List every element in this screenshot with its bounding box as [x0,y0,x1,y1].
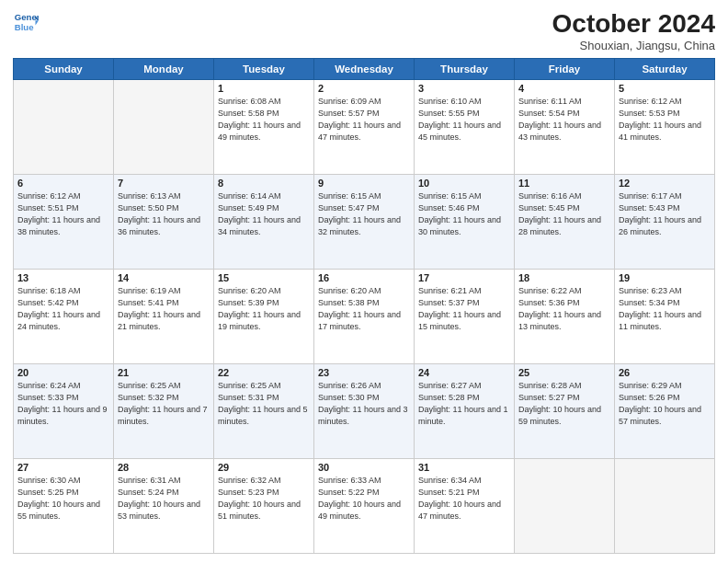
weekday-header-thursday: Thursday [415,59,515,80]
calendar-cell: 3Sunrise: 6:10 AM Sunset: 5:55 PM Daylig… [415,80,515,175]
cell-info: Sunrise: 6:28 AM Sunset: 5:27 PM Dayligh… [518,380,610,428]
day-number: 22 [218,367,310,378]
day-number: 8 [218,178,310,189]
day-number: 3 [418,83,510,94]
cell-info: Sunrise: 6:30 AM Sunset: 5:25 PM Dayligh… [17,475,109,523]
day-number: 19 [619,272,711,283]
day-number: 27 [17,462,109,473]
calendar-cell: 21Sunrise: 6:25 AM Sunset: 5:32 PM Dayli… [114,364,214,459]
cell-info: Sunrise: 6:23 AM Sunset: 5:34 PM Dayligh… [619,285,711,333]
cell-info: Sunrise: 6:19 AM Sunset: 5:41 PM Dayligh… [118,285,210,333]
cell-info: Sunrise: 6:10 AM Sunset: 5:55 PM Dayligh… [418,96,510,144]
calendar-cell: 14Sunrise: 6:19 AM Sunset: 5:41 PM Dayli… [114,270,214,364]
day-number: 16 [318,272,410,283]
weekday-header-tuesday: Tuesday [214,59,314,80]
calendar-cell: 11Sunrise: 6:16 AM Sunset: 5:45 PM Dayli… [515,175,615,270]
cell-info: Sunrise: 6:12 AM Sunset: 5:51 PM Dayligh… [17,190,109,238]
header: General Blue October 2024 Shouxian, Jian… [13,9,715,52]
cell-info: Sunrise: 6:25 AM Sunset: 5:31 PM Dayligh… [218,380,310,428]
cell-info: Sunrise: 6:25 AM Sunset: 5:32 PM Dayligh… [118,380,210,428]
cell-info: Sunrise: 6:13 AM Sunset: 5:50 PM Dayligh… [118,190,210,238]
cell-info: Sunrise: 6:33 AM Sunset: 5:22 PM Dayligh… [318,475,410,523]
month-title: October 2024 [552,9,715,39]
cell-info: Sunrise: 6:31 AM Sunset: 5:24 PM Dayligh… [118,475,210,523]
calendar-cell [515,459,615,554]
cell-info: Sunrise: 6:24 AM Sunset: 5:33 PM Dayligh… [17,380,109,428]
calendar-week-3: 13Sunrise: 6:18 AM Sunset: 5:42 PM Dayli… [14,270,715,364]
weekday-header-friday: Friday [515,59,615,80]
day-number: 10 [418,178,510,189]
cell-info: Sunrise: 6:14 AM Sunset: 5:49 PM Dayligh… [218,190,310,238]
calendar-cell: 22Sunrise: 6:25 AM Sunset: 5:31 PM Dayli… [214,364,314,459]
calendar-cell: 13Sunrise: 6:18 AM Sunset: 5:42 PM Dayli… [14,270,114,364]
calendar-cell: 20Sunrise: 6:24 AM Sunset: 5:33 PM Dayli… [14,364,114,459]
cell-info: Sunrise: 6:27 AM Sunset: 5:28 PM Dayligh… [418,380,510,428]
calendar-cell: 6Sunrise: 6:12 AM Sunset: 5:51 PM Daylig… [14,175,114,270]
calendar-cell: 9Sunrise: 6:15 AM Sunset: 5:47 PM Daylig… [314,175,415,270]
calendar-cell: 29Sunrise: 6:32 AM Sunset: 5:23 PM Dayli… [214,459,314,554]
svg-marker-3 [36,20,40,25]
cell-info: Sunrise: 6:08 AM Sunset: 5:58 PM Dayligh… [218,96,310,144]
day-number: 30 [318,462,410,473]
svg-text:Blue: Blue [15,22,34,32]
day-number: 2 [318,83,410,94]
cell-info: Sunrise: 6:20 AM Sunset: 5:39 PM Dayligh… [218,285,310,333]
logo-icon: General Blue [13,9,39,35]
calendar-cell: 26Sunrise: 6:29 AM Sunset: 5:26 PM Dayli… [615,364,715,459]
cell-info: Sunrise: 6:17 AM Sunset: 5:43 PM Dayligh… [619,190,711,238]
cell-info: Sunrise: 6:20 AM Sunset: 5:38 PM Dayligh… [318,285,410,333]
calendar-cell: 5Sunrise: 6:12 AM Sunset: 5:53 PM Daylig… [615,80,715,175]
day-number: 24 [418,367,510,378]
day-number: 25 [518,367,610,378]
cell-info: Sunrise: 6:11 AM Sunset: 5:54 PM Dayligh… [518,96,610,144]
weekday-header-sunday: Sunday [14,59,114,80]
calendar-cell: 10Sunrise: 6:15 AM Sunset: 5:46 PM Dayli… [415,175,515,270]
calendar-cell: 31Sunrise: 6:34 AM Sunset: 5:21 PM Dayli… [415,459,515,554]
calendar-week-2: 6Sunrise: 6:12 AM Sunset: 5:51 PM Daylig… [14,175,715,270]
calendar-cell: 8Sunrise: 6:14 AM Sunset: 5:49 PM Daylig… [214,175,314,270]
cell-info: Sunrise: 6:21 AM Sunset: 5:37 PM Dayligh… [418,285,510,333]
calendar-cell: 7Sunrise: 6:13 AM Sunset: 5:50 PM Daylig… [114,175,214,270]
calendar-cell: 19Sunrise: 6:23 AM Sunset: 5:34 PM Dayli… [615,270,715,364]
cell-info: Sunrise: 6:15 AM Sunset: 5:47 PM Dayligh… [318,190,410,238]
calendar-cell [615,459,715,554]
day-number: 13 [17,272,109,283]
weekday-header-saturday: Saturday [615,59,715,80]
day-number: 7 [118,178,210,189]
cell-info: Sunrise: 6:34 AM Sunset: 5:21 PM Dayligh… [418,475,510,523]
logo: General Blue [13,9,39,35]
day-number: 4 [518,83,610,94]
day-number: 9 [318,178,410,189]
calendar-cell: 12Sunrise: 6:17 AM Sunset: 5:43 PM Dayli… [615,175,715,270]
cell-info: Sunrise: 6:09 AM Sunset: 5:57 PM Dayligh… [318,96,410,144]
calendar-cell [14,80,114,175]
calendar-cell: 28Sunrise: 6:31 AM Sunset: 5:24 PM Dayli… [114,459,214,554]
calendar-cell: 25Sunrise: 6:28 AM Sunset: 5:27 PM Dayli… [515,364,615,459]
cell-info: Sunrise: 6:18 AM Sunset: 5:42 PM Dayligh… [17,285,109,333]
day-number: 17 [418,272,510,283]
calendar-table: SundayMondayTuesdayWednesdayThursdayFrid… [13,58,715,554]
calendar-cell: 30Sunrise: 6:33 AM Sunset: 5:22 PM Dayli… [314,459,415,554]
calendar-cell: 16Sunrise: 6:20 AM Sunset: 5:38 PM Dayli… [314,270,415,364]
calendar-cell [114,80,214,175]
day-number: 14 [118,272,210,283]
calendar-week-4: 20Sunrise: 6:24 AM Sunset: 5:33 PM Dayli… [14,364,715,459]
calendar-cell: 27Sunrise: 6:30 AM Sunset: 5:25 PM Dayli… [14,459,114,554]
day-number: 18 [518,272,610,283]
day-number: 12 [619,178,711,189]
cell-info: Sunrise: 6:12 AM Sunset: 5:53 PM Dayligh… [619,96,711,144]
cell-info: Sunrise: 6:16 AM Sunset: 5:45 PM Dayligh… [518,190,610,238]
day-number: 21 [118,367,210,378]
calendar-cell: 17Sunrise: 6:21 AM Sunset: 5:37 PM Dayli… [415,270,515,364]
cell-info: Sunrise: 6:15 AM Sunset: 5:46 PM Dayligh… [418,190,510,238]
cell-info: Sunrise: 6:32 AM Sunset: 5:23 PM Dayligh… [218,475,310,523]
day-number: 15 [218,272,310,283]
calendar-cell: 2Sunrise: 6:09 AM Sunset: 5:57 PM Daylig… [314,80,415,175]
day-number: 1 [218,83,310,94]
weekday-header-wednesday: Wednesday [314,59,415,80]
weekday-header-row: SundayMondayTuesdayWednesdayThursdayFrid… [14,59,715,80]
title-area: October 2024 Shouxian, Jiangsu, China [552,9,715,52]
calendar-week-5: 27Sunrise: 6:30 AM Sunset: 5:25 PM Dayli… [14,459,715,554]
calendar-cell: 15Sunrise: 6:20 AM Sunset: 5:39 PM Dayli… [214,270,314,364]
calendar-cell: 1Sunrise: 6:08 AM Sunset: 5:58 PM Daylig… [214,80,314,175]
